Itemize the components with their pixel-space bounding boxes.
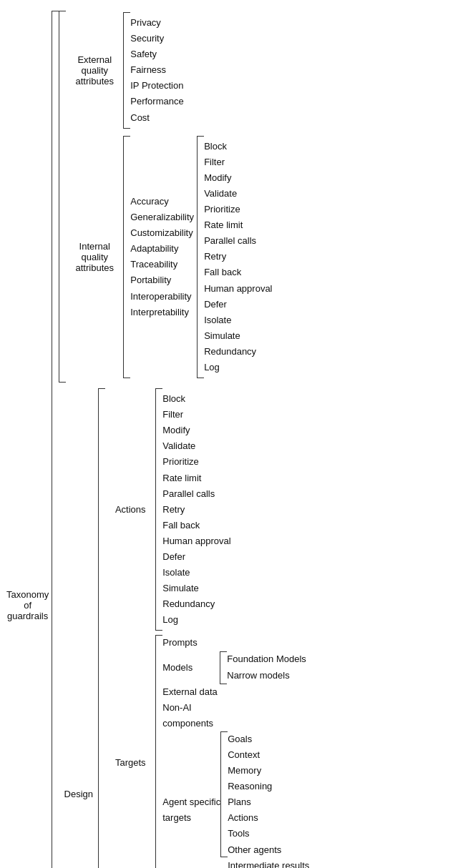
list-item: Traceability <box>130 257 194 272</box>
root-label: Taxonomy of guardrails <box>4 11 52 868</box>
list-item: Validate <box>162 438 230 454</box>
actions-brace <box>155 388 162 631</box>
list-item: Memory <box>228 763 309 779</box>
actions-items: Block Filter Modify Validate Prioritize … <box>162 388 230 631</box>
list-item: Redundancy <box>162 596 230 612</box>
list-item: Modify <box>204 170 272 186</box>
list-item: Prioritize <box>204 202 272 217</box>
targets-brace <box>155 635 162 868</box>
list-item: Fall back <box>162 518 230 533</box>
internal-quality: Internalqualityattributes Accuracy Gener… <box>66 136 272 378</box>
design-label: Design <box>59 388 98 868</box>
external-quality: Externalqualityattributes Privacy Securi… <box>66 12 272 129</box>
targets-label: Targets <box>105 635 155 868</box>
list-item: Parallel calls <box>204 233 272 249</box>
list-item: Rate limit <box>162 470 230 486</box>
list-item: Intermediate results <box>228 858 309 868</box>
external-quality-items: Privacy Security Safety Fairness IP Prot… <box>130 12 183 129</box>
list-item: Foundation Models <box>227 651 306 667</box>
external-quality-group: Externalqualityattributes Privacy Securi… <box>66 12 272 378</box>
list-item: Fall back <box>204 265 272 280</box>
taxonomy-diagram: Taxonomy of guardrails Externalqualityat… <box>0 7 458 868</box>
list-item: Validate <box>204 186 272 202</box>
targets-agent-specific-row: Agent specifictargets Goals Context Memo… <box>162 731 309 868</box>
list-item: Privacy <box>130 15 183 31</box>
list-item: Retry <box>204 249 272 265</box>
list-item: Filter <box>204 154 272 170</box>
targets-models: Models <box>162 660 220 676</box>
list-item: Goals <box>228 731 309 747</box>
list-item: Portability <box>130 272 194 288</box>
list-item: Simulate <box>204 328 272 344</box>
protection-brace <box>59 11 66 383</box>
internal-quality-brace <box>123 136 130 378</box>
list-item: Narrow models <box>227 668 306 684</box>
list-item: Safety <box>130 46 183 62</box>
targets-prompts: Prompts <box>162 635 309 651</box>
list-item: IP Protection <box>130 78 183 94</box>
list-item: Other agents <box>228 842 309 858</box>
root-brace <box>52 11 59 868</box>
list-item: Log <box>204 360 272 375</box>
list-item: Block <box>162 391 230 407</box>
models-brace <box>220 651 227 684</box>
list-item: Generalizability <box>130 209 194 225</box>
list-item: Redundancy <box>204 344 272 360</box>
list-item: Human approval <box>162 533 230 549</box>
list-item: Interpretability <box>130 305 194 320</box>
targets-agent-specific: Agent specifictargets <box>162 794 220 826</box>
list-item: Plans <box>228 794 309 810</box>
targets-models-row: Models Foundation Models Narrow models <box>162 651 309 684</box>
root-children: Externalqualityattributes Privacy Securi… <box>59 11 309 868</box>
list-item: Context <box>228 747 309 763</box>
list-item: Defer <box>162 549 230 565</box>
list-item: Interoperability <box>130 289 194 305</box>
internal-quality-items: Accuracy Generalizability Customizabilit… <box>130 136 194 378</box>
list-item: Cost <box>130 110 183 126</box>
design-brace <box>98 388 105 868</box>
list-item: Fairness <box>130 62 183 78</box>
targets-group: Targets Prompts Models Foundation Models… <box>105 635 309 868</box>
list-item: Simulate <box>162 581 230 596</box>
list-item: Block <box>204 139 272 154</box>
internal-quality-actions-items: Block Filter Modify Validate Prioritize … <box>204 136 272 378</box>
external-quality-label: Externalqualityattributes <box>66 12 123 129</box>
list-item: Reasoning <box>228 779 309 794</box>
external-quality-brace <box>123 12 130 129</box>
actions-label: Actions <box>105 388 155 631</box>
list-item: Defer <box>204 297 272 312</box>
list-item: Isolate <box>162 565 230 581</box>
protection-group: Externalqualityattributes Privacy Securi… <box>59 11 309 383</box>
internal-quality-label: Internalqualityattributes <box>66 136 123 378</box>
list-item: Isolate <box>204 312 272 328</box>
agent-specific-items: Goals Context Memory Reasoning Plans Act… <box>228 731 309 868</box>
list-item: Retry <box>162 502 230 518</box>
actions-group: Actions Block Filter Modify Validate Pri… <box>105 388 309 631</box>
list-item: Customizability <box>130 225 194 241</box>
targets-non-ai: Non-AIcomponents <box>162 700 309 731</box>
list-item: Parallel calls <box>162 486 230 502</box>
list-item: Modify <box>162 423 230 438</box>
list-item: Security <box>130 31 183 46</box>
list-item: Filter <box>162 407 230 423</box>
list-item: Prioritize <box>162 454 230 470</box>
list-item: Log <box>162 612 230 628</box>
list-item: Performance <box>130 94 183 109</box>
internal-quality-actions-brace <box>197 136 204 378</box>
list-item: Accuracy <box>130 194 194 209</box>
list-item: Rate limit <box>204 217 272 233</box>
agent-specific-brace <box>220 731 228 857</box>
models-sub-items: Foundation Models Narrow models <box>227 651 306 683</box>
list-item: Adaptability <box>130 241 194 257</box>
list-item: Human approval <box>204 281 272 297</box>
design-group: Design Actions Block Filter Modify Valid… <box>59 388 309 868</box>
list-item: Actions <box>228 810 309 826</box>
targets-external-data: External data <box>162 684 309 700</box>
list-item: Tools <box>228 826 309 842</box>
